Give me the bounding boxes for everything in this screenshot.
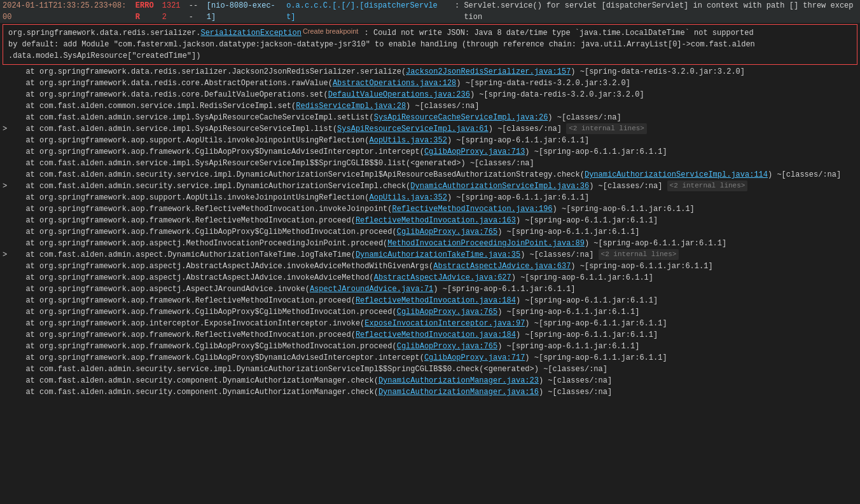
stack-link-17[interactable]: AbstractAspectJAdvice.java:637 xyxy=(433,262,571,271)
log-header-line: 2024-01-11T21:33:25.233+08:00 ERROR 1321… xyxy=(0,0,860,23)
timestamp: 2024-01-11T21:33:25.233+08:00 xyxy=(3,0,131,23)
stack-link-16[interactable]: DynamicAuthorizationTakeTime.java:35 xyxy=(356,250,520,259)
stack-frame-21: at org.springframework.aop.framework.Cgl… xyxy=(0,306,860,318)
error-message-2: by default: add Module "com.fasterxml.ja… xyxy=(8,39,755,50)
error-line-1: org.springframework.data.redis.serialize… xyxy=(8,27,852,39)
frame-no-arrow xyxy=(3,203,11,215)
stack-link-19[interactable]: AspectJAroundAdvice.java:71 xyxy=(310,285,433,294)
stack-frame-11: at org.springframework.aop.support.AopUt… xyxy=(0,192,860,203)
stack-text: at org.springframework.aop.framework.Cgl… xyxy=(11,306,639,318)
frame-no-arrow xyxy=(3,169,11,180)
frame-no-arrow xyxy=(3,89,11,100)
stack-link-21[interactable]: CglibAopProxy.java:765 xyxy=(397,308,497,317)
stack-text: at org.springframework.aop.interceptor.E… xyxy=(11,318,667,329)
stack-text: at org.springframework.aop.framework.Ref… xyxy=(11,215,658,226)
stack-link-14[interactable]: CglibAopProxy.java:765 xyxy=(397,228,497,236)
stack-link-7[interactable]: CglibAopProxy.java:713 xyxy=(424,147,525,156)
stack-text: at com.fast.alden.admin.security.compone… xyxy=(11,386,612,398)
stack-text: at com.fast.alden.common.service.impl.Re… xyxy=(11,100,479,112)
stack-link[interactable]: DynamicAuthorizationServiceImpl.java:114 xyxy=(585,170,768,179)
stack-text: at org.springframework.aop.framework.Ref… xyxy=(11,295,658,306)
serialization-exception-link[interactable]: SerializationException xyxy=(200,27,301,39)
frame-no-arrow xyxy=(3,306,11,318)
stack-link-18[interactable]: AbstractAspectJAdvice.java:627 xyxy=(374,273,511,282)
stack-frame-15: at org.springframework.aop.aspectj.Metho… xyxy=(0,238,860,249)
frame-no-arrow xyxy=(3,146,11,158)
stack-link-11[interactable]: AopUtils.java:352 xyxy=(370,193,447,202)
stack-link-0[interactable]: Jackson2JsonRedisSerializer.java:157 xyxy=(406,67,571,76)
stack-frame-0: at org.springframework.data.redis.serial… xyxy=(0,66,860,78)
frame-no-arrow xyxy=(3,226,11,238)
stack-frame-18: at org.springframework.aop.aspectj.Abstr… xyxy=(0,272,860,283)
stack-link-5[interactable]: SysApiResourceServiceImpl.java:61 xyxy=(337,125,489,133)
thread-info: [nio-8080-exec-1] xyxy=(207,0,282,23)
stack-link-10[interactable]: DynamicAuthorizationServiceImpl.java:36 xyxy=(410,182,589,191)
stack-text: at org.springframework.aop.framework.Ref… xyxy=(11,203,695,215)
stack-link-1[interactable]: AbstractOperations.java:128 xyxy=(333,79,456,88)
stack-link-22[interactable]: ExposeInvocationInterceptor.java:97 xyxy=(364,319,525,328)
separator: --- xyxy=(189,0,202,23)
stack-link-13[interactable]: ReflectiveMethodInvocation.java:163 xyxy=(356,216,516,225)
frame-no-arrow xyxy=(3,283,11,295)
stack-text: at org.springframework.aop.aspectj.Abstr… xyxy=(11,272,653,283)
colon: : xyxy=(455,0,459,11)
frame-no-arrow xyxy=(3,100,11,112)
stack-text: at org.springframework.data.redis.core.A… xyxy=(11,78,630,89)
create-breakpoint-button[interactable]: Create breakpoint xyxy=(302,27,359,35)
frame-no-arrow xyxy=(3,386,11,398)
stack-frame-9: at com.fast.alden.admin.security.service… xyxy=(0,169,860,180)
stack-frame-6: at org.springframework.aop.support.AopUt… xyxy=(0,135,860,146)
at-text: at com.fast.alden.admin.security.service… xyxy=(11,169,841,180)
stack-text: at org.springframework.data.redis.serial… xyxy=(11,66,745,78)
stack-frame-3: at com.fast.alden.common.service.impl.Re… xyxy=(0,100,860,112)
stack-text: at org.springframework.aop.framework.Cgl… xyxy=(11,352,667,364)
frame-no-arrow xyxy=(3,135,11,146)
stack-text: at com.fast.alden.admin.security.compone… xyxy=(11,375,612,386)
stack-frame-13: at org.springframework.aop.framework.Ref… xyxy=(0,215,860,226)
internal-lines-badge-5[interactable]: <2 internal lines> xyxy=(566,123,647,134)
stack-link-3[interactable]: RedisServiceImpl.java:28 xyxy=(296,102,406,111)
error-line-3: .data.model.SysApiResource["createdTime"… xyxy=(8,50,852,62)
stack-link-23[interactable]: ReflectiveMethodInvocation.java:184 xyxy=(356,330,516,339)
stack-text: at org.springframework.data.redis.core.D… xyxy=(11,89,644,100)
stack-text: at org.springframework.aop.framework.Cgl… xyxy=(11,146,667,158)
stack-link-6[interactable]: AopUtils.java:352 xyxy=(370,136,447,145)
stack-text-26: at com.fast.alden.admin.security.service… xyxy=(11,364,607,375)
internal-lines-badge-10[interactable]: <2 internal lines> xyxy=(667,180,748,191)
stack-frame-2: at org.springframework.data.redis.core.D… xyxy=(0,89,860,100)
frame-no-arrow xyxy=(3,364,11,375)
error-message-1: : Could not write JSON: Java 8 date/time… xyxy=(359,27,753,39)
stack-frame-7: at org.springframework.aop.framework.Cgl… xyxy=(0,146,860,158)
stack-link-2[interactable]: DefaultValueOperations.java:236 xyxy=(328,90,470,99)
frame-no-arrow xyxy=(3,261,11,272)
stack-link-27[interactable]: DynamicAuthorizationManager.java:23 xyxy=(378,376,539,385)
console-output: 2024-01-11T21:33:25.233+08:00 ERROR 1321… xyxy=(0,0,860,398)
logger-name: o.a.c.c.C.[.[/].[dispatcherServlet] xyxy=(286,0,441,23)
stack-frame-23: at org.springframework.aop.framework.Ref… xyxy=(0,329,860,341)
stack-link-15[interactable]: MethodInvocationProceedingJoinPoint.java… xyxy=(387,239,585,248)
stack-link-4[interactable]: SysApiResourceCacheServiceImpl.java:26 xyxy=(374,113,548,122)
stack-text: at org.springframework.aop.support.AopUt… xyxy=(11,135,589,146)
frame-no-arrow xyxy=(3,158,11,169)
stack-text: at com.fast.alden.admin.security.service… xyxy=(11,180,662,192)
stack-frame-24: at org.springframework.aop.framework.Cgl… xyxy=(0,341,860,352)
error-box: org.springframework.data.redis.serialize… xyxy=(3,24,857,65)
frame-arrow: > xyxy=(3,123,11,135)
stack-frame-1: at org.springframework.data.redis.core.A… xyxy=(0,78,860,89)
stack-frame-19: at org.springframework.aop.aspectj.Aspec… xyxy=(0,283,860,295)
stack-link-28[interactable]: DynamicAuthorizationManager.java:16 xyxy=(378,388,539,397)
stack-link-12[interactable]: ReflectiveMethodInvocation.java:196 xyxy=(392,205,553,214)
stack-link-25[interactable]: CglibAopProxy.java:717 xyxy=(424,353,525,362)
stack-text: at org.springframework.aop.framework.Cgl… xyxy=(11,341,639,352)
stack-frame-22: at org.springframework.aop.interceptor.E… xyxy=(0,318,860,329)
frame-no-arrow xyxy=(3,295,11,306)
frame-arrow: > xyxy=(3,180,11,192)
stack-link-24[interactable]: CglibAopProxy.java:765 xyxy=(397,342,497,351)
internal-lines-badge-16[interactable]: <2 internal lines> xyxy=(599,249,679,260)
stack-text: at org.springframework.aop.aspectj.Metho… xyxy=(11,238,726,249)
stack-frame-5: > at com.fast.alden.admin.service.impl.S… xyxy=(0,123,860,135)
frame-no-arrow xyxy=(3,112,11,123)
frame-no-arrow xyxy=(3,272,11,283)
stack-link-20[interactable]: ReflectiveMethodInvocation.java:184 xyxy=(356,296,516,305)
error-message-3: .data.model.SysApiResource["createdTime"… xyxy=(8,50,200,62)
